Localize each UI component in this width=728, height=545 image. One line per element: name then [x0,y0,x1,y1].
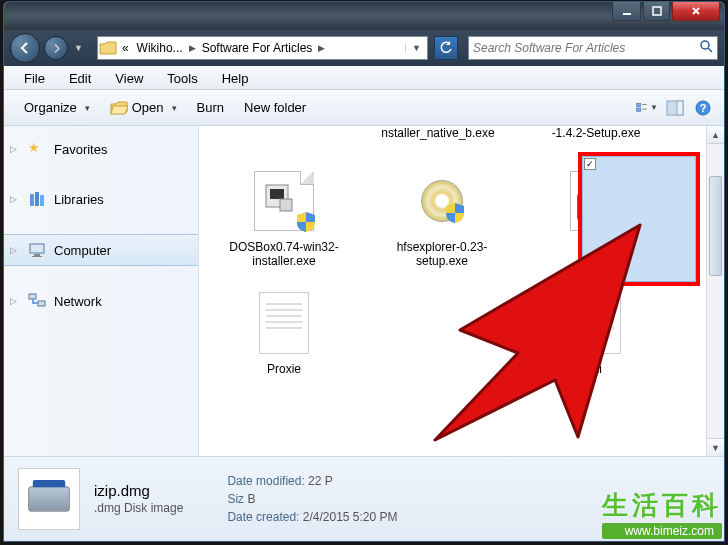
text-file-icon [249,288,319,358]
chevron-icon: ▷ [10,194,17,204]
file-item[interactable]: Proxie [209,282,359,382]
file-label: -1.4.2-Setup.exe [525,126,667,140]
sidebar-label: Libraries [54,192,104,207]
file-label: Proxie [213,362,355,376]
navigation-pane: ▷★Favorites ▷Libraries ▷Computer ▷Networ… [4,126,199,456]
menu-help[interactable]: Help [210,69,261,88]
search-input[interactable] [473,41,699,55]
file-item[interactable]: DOSBox0.74-win32-installer.exe [209,160,359,274]
svg-rect-21 [280,199,292,211]
view-options-button[interactable]: ▼ [636,97,658,119]
file-label: nstaller_native_b.exe [367,126,509,140]
svg-rect-5 [642,103,647,104]
file-item[interactable]: -1.4.2-Setup.exe [521,126,671,152]
file-item[interactable]: nstaller_native_b.exe [363,126,513,152]
sidebar-computer[interactable]: ▷Computer [4,234,198,266]
svg-rect-3 [637,103,641,106]
address-bar[interactable]: « Wikiho... ▶ Software For Articles ▶ ▼ [97,36,428,60]
menu-file[interactable]: File [12,69,57,88]
details-filename: izip.dmg [94,482,183,499]
minimize-button[interactable] [612,2,641,21]
svg-rect-20 [270,189,284,199]
help-button[interactable]: ? [692,97,714,119]
chevron-icon: ▷ [10,245,17,255]
organize-button[interactable]: Organize [14,96,100,119]
file-list-pane: nstaller_native_b.exe -1.4.2-Setup.exe D… [199,126,724,456]
burn-button[interactable]: Burn [187,96,234,119]
history-dropdown[interactable]: ▼ [72,41,85,55]
forward-button[interactable] [44,36,68,60]
menu-bar: File Edit View Tools Help [4,66,724,90]
installer-icon [407,166,477,236]
details-size-value: B [247,492,255,506]
breadcrumb-seg-1[interactable]: Wikiho... [133,41,187,55]
scroll-thumb[interactable] [709,176,722,276]
svg-rect-13 [40,195,44,206]
sidebar-favorites[interactable]: ▷★Favorites [4,134,198,164]
sidebar-libraries[interactable]: ▷Libraries [4,184,198,214]
scroll-up-button[interactable]: ▲ [707,126,724,144]
search-box[interactable] [468,36,718,60]
details-filetype: .dmg Disk image [94,501,183,515]
details-created-value: 2/4/2015 5:20 PM [303,510,398,524]
file-label: hfsexplorer-0.23-setup.exe [371,240,513,268]
maximize-button[interactable] [643,2,670,21]
file-label: izip.dmg [529,240,671,254]
svg-rect-12 [35,192,39,206]
titlebar [4,2,724,30]
details-pane: izip.dmg .dmg Disk image Date modified: … [4,456,724,540]
breadcrumb-arrow-icon[interactable]: ▶ [316,43,327,53]
svg-rect-0 [623,13,631,15]
open-label: Open [132,100,164,115]
svg-text:?: ? [700,102,707,114]
breadcrumb-seg-2[interactable]: Software For Articles [198,41,317,55]
svg-rect-8 [677,101,683,115]
command-bar: Organize Open Burn New folder ▼ ? [4,90,724,126]
svg-rect-4 [637,108,641,111]
installer-icon [249,166,319,236]
details-modified-value: 22 P [308,474,333,488]
menu-tools[interactable]: Tools [155,69,209,88]
svg-rect-6 [642,108,647,109]
close-button[interactable] [672,2,720,21]
menu-edit[interactable]: Edit [57,69,103,88]
refresh-button[interactable] [434,36,458,60]
file-item-selected[interactable]: izip.dmg [525,160,675,274]
svg-rect-15 [34,254,40,256]
file-item[interactable]: ini [521,282,671,382]
svg-rect-1 [653,7,661,15]
chevron-icon: ▷ [10,296,17,306]
folder-icon [98,41,118,55]
file-item[interactable]: hfsexplorer-0.23-setup.exe [367,160,517,274]
menu-view[interactable]: View [103,69,155,88]
new-folder-button[interactable]: New folder [234,96,316,119]
file-label: ini [525,362,667,376]
vertical-scrollbar[interactable]: ▲ ▼ [706,126,724,456]
preview-pane-button[interactable] [664,97,686,119]
scroll-down-button[interactable]: ▼ [707,438,724,456]
sidebar-label: Network [54,294,102,309]
explorer-window: ▼ « Wikiho... ▶ Software For Articles ▶ … [3,1,725,542]
svg-rect-18 [38,301,45,306]
breadcrumb-arrow-icon[interactable]: ▶ [187,43,198,53]
svg-point-2 [701,41,709,49]
address-dropdown-icon[interactable]: ▼ [405,43,427,53]
open-button[interactable]: Open [100,96,187,119]
navigation-bar: ▼ « Wikiho... ▶ Software For Articles ▶ … [4,30,724,66]
svg-rect-14 [30,244,44,253]
details-size-label: Siz [227,492,244,506]
svg-point-23 [594,320,600,326]
back-button[interactable] [10,33,40,63]
breadcrumb-chevrons[interactable]: « [118,41,133,55]
body-area: ▷★Favorites ▷Libraries ▷Computer ▷Networ… [4,126,724,456]
dmg-icon [565,166,635,236]
details-modified-label: Date modified: [227,474,304,488]
svg-rect-11 [30,194,34,206]
sidebar-label: Computer [54,243,111,258]
search-icon [699,39,713,57]
details-created-label: Date created: [227,510,299,524]
file-label: DOSBox0.74-win32-installer.exe [213,240,355,268]
computer-icon [28,241,46,259]
sidebar-network[interactable]: ▷Network [4,286,198,316]
chevron-icon: ▷ [10,144,17,154]
